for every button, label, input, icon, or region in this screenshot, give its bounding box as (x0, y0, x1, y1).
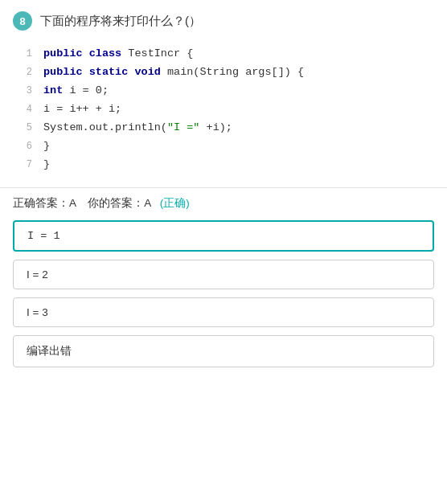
line-number: 4 (16, 101, 32, 117)
line-content: i = i++ + i; (43, 100, 121, 119)
your-answer-label: 你的答案：A (88, 197, 150, 209)
correct-answer-label: 正确答案：A (13, 197, 76, 209)
code-line: 6 } (16, 137, 431, 156)
answer-status: (正确) (160, 197, 190, 209)
code-line: 5 System.out.println("I =" +i); (16, 119, 431, 137)
code-line: 3 int i = 0; (16, 82, 431, 100)
line-content: public class TestIncr { (43, 45, 193, 64)
option-box[interactable]: 编译出错 (13, 335, 434, 367)
line-content: } (43, 156, 50, 174)
code-block: 1public class TestIncr {2 public static … (0, 39, 447, 187)
code-line: 2 public static void main(String args[])… (16, 64, 431, 82)
line-number: 1 (16, 46, 32, 62)
code-line: 1public class TestIncr { (16, 45, 431, 64)
option-box[interactable]: I = 1 (13, 220, 434, 252)
question-number: 8 (13, 11, 32, 31)
line-number: 6 (16, 138, 32, 154)
line-number: 3 (16, 83, 32, 99)
line-number: 5 (16, 120, 32, 136)
line-number: 7 (16, 157, 32, 173)
line-number: 2 (16, 64, 32, 80)
option-box[interactable]: I = 3 (13, 297, 434, 327)
answer-label: 正确答案：A 你的答案：A (正确) (13, 196, 434, 211)
code-line: 4 i = i++ + i; (16, 100, 431, 119)
question-header: 8 下面的程序将来打印什么？(） (0, 0, 447, 39)
code-line: 7} (16, 156, 431, 174)
answer-section: 正确答案：A 你的答案：A (正确) I = 1I = 2I = 3编译出错 (0, 188, 447, 387)
line-content: public static void main(String args[]) { (43, 64, 304, 82)
line-content: int i = 0; (43, 82, 109, 100)
question-text: 下面的程序将来打印什么？(） (40, 14, 201, 29)
option-box[interactable]: I = 2 (13, 260, 434, 289)
line-content: } (43, 137, 50, 156)
line-content: System.out.println("I =" +i); (43, 119, 232, 137)
